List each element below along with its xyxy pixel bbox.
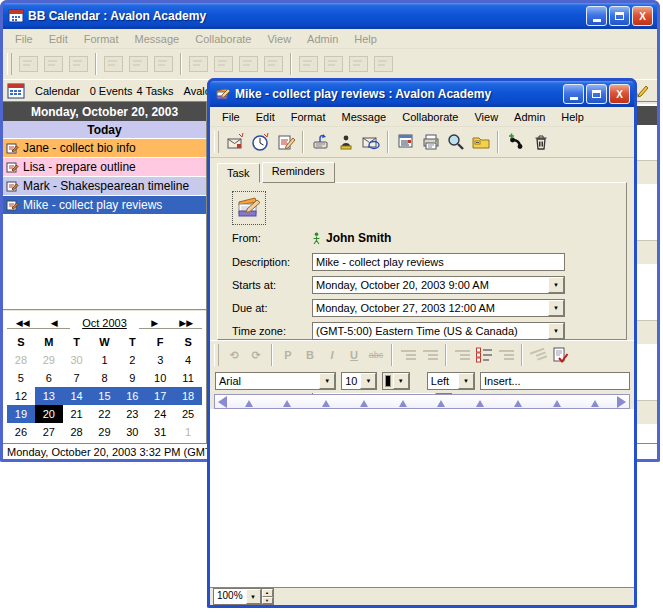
calendar-day[interactable]: 5 [7, 369, 35, 387]
ruler-left-indent-marker[interactable] [218, 396, 227, 408]
dropdown-arrow-icon[interactable]: ▼ [548, 277, 564, 293]
calendar-day[interactable]: 28 [7, 351, 35, 369]
font-family-select[interactable]: Arial ▼ [215, 372, 336, 390]
calendar-day[interactable]: 25 [174, 405, 202, 423]
starts-at-select[interactable]: Monday, October 20, 2003 9:00 AM ▼ [312, 276, 565, 294]
calendar-day[interactable]: 13 [35, 387, 63, 405]
call-icon[interactable] [503, 130, 528, 154]
calendar-day[interactable]: 8 [91, 369, 119, 387]
ruler-tab-marker[interactable] [360, 400, 368, 407]
checklist-icon[interactable] [473, 344, 495, 366]
calendar-day[interactable]: 26 [7, 423, 35, 441]
print-icon[interactable] [418, 130, 443, 154]
calendar-month-label[interactable]: Oct 2003 [70, 317, 139, 329]
next-month-button[interactable]: ▶ [139, 318, 170, 329]
calendar-day[interactable]: 1 [174, 423, 202, 441]
spellcheck-icon[interactable] [549, 344, 571, 366]
calendar-day[interactable]: 31 [146, 423, 174, 441]
file-message-icon[interactable] [468, 130, 493, 154]
menu-format[interactable]: Format [283, 109, 334, 125]
calendar-day[interactable]: 14 [63, 387, 91, 405]
task-row[interactable]: Lisa - prepare outline [3, 158, 206, 177]
new-task-icon[interactable] [273, 130, 298, 154]
new-appointment-icon[interactable] [223, 130, 248, 154]
calendar-day[interactable]: 27 [35, 423, 63, 441]
calendar-day[interactable]: 28 [63, 423, 91, 441]
next-year-button[interactable]: ▶▶ [171, 318, 202, 329]
calendar-day[interactable]: 15 [91, 387, 119, 405]
ruler-tab-marker[interactable] [476, 400, 484, 407]
toolbar-grip[interactable] [214, 344, 219, 366]
calendar-day[interactable]: 4 [174, 351, 202, 369]
calendar-day[interactable]: 29 [35, 351, 63, 369]
calendar-day[interactable]: 22 [91, 405, 119, 423]
dropdown-arrow-icon[interactable]: ▼ [246, 589, 261, 604]
maximize-button[interactable] [609, 6, 630, 26]
calendar-day[interactable]: 17 [146, 387, 174, 405]
forward-icon[interactable] [308, 130, 333, 154]
menu-file[interactable]: File [214, 109, 248, 125]
calendar-day[interactable]: 19 [7, 405, 35, 423]
ruler-tab-marker[interactable] [283, 400, 291, 407]
zoom-spinner[interactable]: ▲▼ [261, 589, 273, 604]
menu-help[interactable]: Help [553, 109, 592, 125]
task-row[interactable]: Mike - collect play reviews [3, 196, 206, 215]
calendar-day[interactable]: 16 [118, 387, 146, 405]
insert-field[interactable] [480, 372, 630, 390]
calendar-tab-label[interactable]: Calendar [35, 85, 80, 97]
reply-icon[interactable] [358, 130, 383, 154]
dropdown-arrow-icon[interactable]: ▼ [393, 373, 409, 389]
calendar-day[interactable]: 11 [174, 369, 202, 387]
notes-editor[interactable] [210, 409, 634, 587]
zoom-control[interactable]: 100% ▼ ▲▼ [213, 588, 274, 605]
menu-message[interactable]: Message [334, 109, 395, 125]
toolbar-grip[interactable] [7, 53, 12, 75]
calendar-day[interactable]: 24 [146, 405, 174, 423]
dialog-minimize-button[interactable] [563, 84, 584, 104]
delete-icon[interactable] [528, 130, 553, 154]
menu-admin[interactable]: Admin [506, 109, 553, 125]
toolbar-grip[interactable] [214, 131, 219, 153]
dropdown-arrow-icon[interactable]: ▼ [319, 373, 335, 389]
dropdown-arrow-icon[interactable]: ▼ [458, 373, 474, 389]
ruler-tab-marker[interactable] [514, 400, 522, 407]
ruler-right-indent-marker[interactable] [617, 396, 626, 408]
calendar-day-today[interactable]: 20 [35, 405, 63, 423]
dropdown-arrow-icon[interactable]: ▼ [548, 300, 564, 316]
ruler-tab-marker[interactable] [591, 400, 599, 407]
font-size-select[interactable]: 10 ▼ [341, 372, 377, 390]
calendar-day[interactable]: 1 [91, 351, 119, 369]
tab-reminders[interactable]: Reminders [262, 162, 335, 183]
dropdown-arrow-icon[interactable]: ▼ [548, 323, 564, 339]
assign-task-icon[interactable] [333, 130, 358, 154]
task-row[interactable]: Mark - Shakespearean timeline [3, 177, 206, 196]
calendar-day[interactable]: 9 [118, 369, 146, 387]
close-button[interactable]: X [632, 6, 653, 26]
minimize-button[interactable] [586, 6, 607, 26]
find-icon[interactable] [443, 130, 468, 154]
calendar-day[interactable]: 3 [146, 351, 174, 369]
menu-edit[interactable]: Edit [248, 109, 283, 125]
calendar-day[interactable]: 23 [118, 405, 146, 423]
calendar-day[interactable]: 21 [63, 405, 91, 423]
ruler-tab-marker[interactable] [553, 400, 561, 407]
ruler-tab-marker[interactable] [437, 400, 445, 407]
calendar-day[interactable]: 29 [91, 423, 119, 441]
ruler-tab-marker[interactable] [399, 400, 407, 407]
view-message-icon[interactable] [393, 130, 418, 154]
tab-task[interactable]: Task [217, 163, 260, 183]
calendar-day[interactable]: 7 [63, 369, 91, 387]
calendar-day[interactable]: 30 [118, 423, 146, 441]
description-input[interactable] [312, 253, 565, 271]
calendar-day[interactable]: 2 [118, 351, 146, 369]
calendar-day[interactable]: 12 [7, 387, 35, 405]
alignment-select[interactable]: Left ▼ [427, 372, 475, 390]
calendar-day[interactable]: 6 [35, 369, 63, 387]
calendar-day[interactable]: 30 [63, 351, 91, 369]
menu-collaborate[interactable]: Collaborate [394, 109, 466, 125]
prev-month-button[interactable]: ◀ [38, 318, 69, 329]
task-row[interactable]: Jane - collect bio info [3, 139, 206, 158]
calendar-day[interactable]: 18 [174, 387, 202, 405]
font-color-select[interactable]: ▼ [382, 372, 409, 390]
calendar-day[interactable]: 10 [146, 369, 174, 387]
